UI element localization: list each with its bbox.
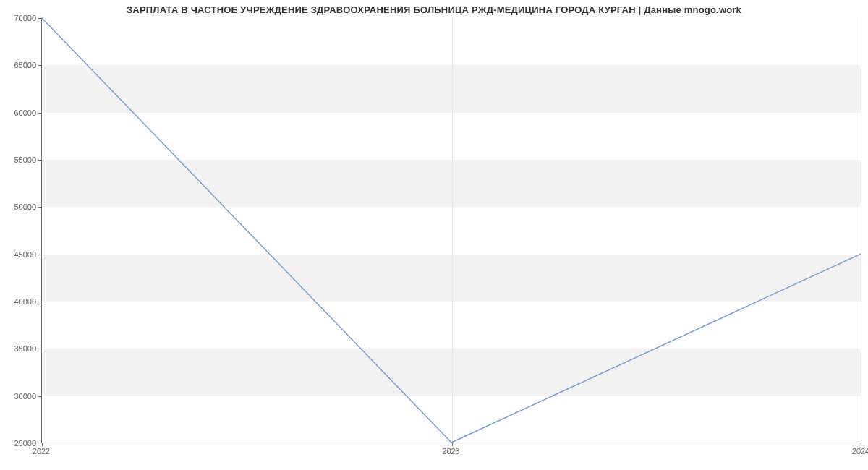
- y-tick-label: 45000: [3, 250, 36, 259]
- x-tick-label: 2023: [442, 447, 459, 456]
- y-tick-label: 70000: [3, 14, 36, 22]
- plot-area: [41, 18, 861, 443]
- data-line: [42, 18, 861, 443]
- x-tick-label: 2024: [852, 447, 868, 456]
- y-tick-label: 35000: [3, 344, 36, 353]
- y-tick-label: 30000: [3, 392, 36, 401]
- x-tick-label: 2022: [33, 447, 50, 456]
- y-tick-label: 60000: [3, 108, 36, 117]
- y-tick-label: 40000: [3, 297, 36, 306]
- chart-container: ЗАРПЛАТА В ЧАСТНОЕ УЧРЕЖДЕНИЕ ЗДРАВООХРА…: [0, 0, 868, 470]
- series-polyline: [42, 18, 861, 443]
- y-tick-label: 65000: [3, 61, 36, 69]
- chart-title: ЗАРПЛАТА В ЧАСТНОЕ УЧРЕЖДЕНИЕ ЗДРАВООХРА…: [0, 4, 868, 15]
- y-tick-label: 25000: [3, 439, 36, 448]
- y-tick-label: 50000: [3, 202, 36, 211]
- y-tick-label: 55000: [3, 155, 36, 164]
